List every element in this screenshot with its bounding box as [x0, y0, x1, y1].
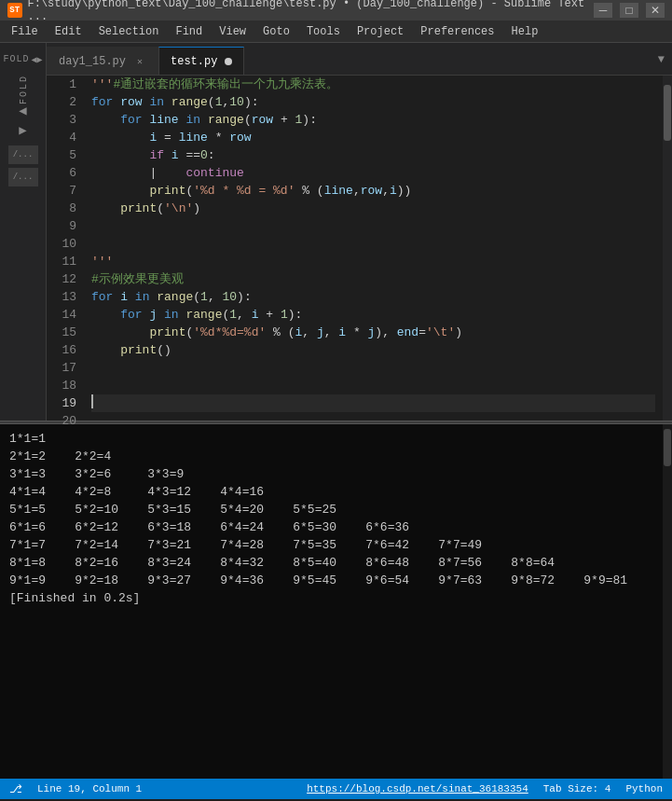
code-line-11: '''	[91, 253, 655, 270]
code-line-13: for i in range(1, 10):	[91, 288, 655, 306]
output-line-6: 6*1=6 6*2=12 6*3=18 6*4=24 6*5=30 6*6=36	[9, 518, 663, 536]
code-line-16: print()	[91, 341, 655, 359]
dropdown-icon: ▼	[658, 53, 665, 66]
sidebar-item-2[interactable]: /...	[8, 168, 38, 186]
output-line-2: 2*1=2 2*2=4	[9, 448, 663, 465]
scrollbar-thumb[interactable]	[664, 85, 671, 141]
tab-test[interactable]: test.py	[158, 47, 244, 75]
code-line-19[interactable]	[91, 394, 655, 412]
code-line-12: #示例效果更美观	[91, 270, 655, 288]
cursor-position: Line 19, Column 1	[37, 783, 142, 794]
fold-arrows: ◀▶	[31, 54, 42, 65]
code-line-15: print('%d*%d=%d' % (i, j, i * j), end='\…	[91, 324, 655, 341]
line-num-10: 10	[47, 235, 76, 253]
output-line-3: 3*1=3 3*2=6 3*3=9	[9, 465, 663, 483]
output-line-4: 4*1=4 4*2=8 4*3=12 4*4=16	[9, 483, 663, 501]
line-num-1: 1	[47, 76, 76, 93]
menu-project[interactable]: Project	[350, 21, 411, 42]
tab-test-modified	[225, 58, 232, 65]
output-scrollbar[interactable]	[663, 424, 672, 779]
titlebar-title: F:\study\python_text\Day_100_challenge\t…	[28, 0, 594, 23]
menubar: File Edit Selection Find View Goto Tools…	[0, 21, 672, 43]
output-line-1: 1*1=1	[9, 430, 663, 448]
sidebar-fold-btn[interactable]: FOLD	[7, 80, 40, 99]
app-logo: ST	[7, 3, 22, 18]
code-line-17	[91, 359, 655, 377]
sidebar-item-1[interactable]: /...	[8, 145, 38, 164]
code-line-14: for j in range(1, i + 1):	[91, 306, 655, 324]
tab-day1-15[interactable]: day1_15.py ✕	[47, 47, 158, 75]
menu-tools[interactable]: Tools	[299, 21, 348, 42]
editor-scrollbar[interactable]	[663, 76, 672, 421]
code-l2-range: range	[171, 93, 208, 111]
output-line-5: 5*1=5 5*2=10 5*3=15 5*4=20 5*5=25	[9, 501, 663, 518]
maximize-button[interactable]: □	[620, 3, 638, 18]
close-button[interactable]: ✕	[646, 3, 665, 18]
tabbar-dropdown[interactable]: ▼	[651, 43, 672, 76]
line-num-5: 5	[47, 146, 76, 164]
code-line-7: print('%d * %d = %d' % (line,row,i))	[91, 182, 655, 200]
menu-goto[interactable]: Goto	[255, 21, 297, 42]
menu-view[interactable]: View	[212, 21, 254, 42]
statusbar: ⎇ Line 19, Column 1 https://blog.csdp.ne…	[0, 779, 672, 799]
blog-link[interactable]: https://blog.csdp.net/sinat_36183354	[307, 783, 528, 794]
code-line-10	[91, 235, 655, 253]
line-num-12: 12	[47, 270, 76, 288]
tabbar: FOLD ◀▶ day1_15.py ✕ test.py ▼	[0, 43, 672, 76]
line-num-16: 16	[47, 341, 76, 359]
menu-selection[interactable]: Selection	[91, 21, 167, 42]
code-l2-row: row	[120, 93, 142, 111]
menu-find[interactable]: Find	[168, 21, 210, 42]
sidebar: FOLD ◀ ▶ /... /...	[0, 76, 47, 421]
menu-help[interactable]: Help	[504, 21, 546, 42]
line-num-19: 19	[47, 394, 76, 412]
code-l2-for: for	[91, 93, 120, 111]
code-l2-in: in	[149, 93, 171, 111]
output-panel: 1*1=1 2*1=2 2*2=4 3*1=3 3*2=6 3*3=9 4*1=…	[0, 424, 672, 779]
tab-test-label: test.py	[171, 55, 217, 68]
sidebar-arrow-left[interactable]: ◀	[19, 103, 26, 118]
statusbar-right: https://blog.csdp.net/sinat_36183354 Tab…	[307, 783, 663, 794]
output-line-10: [Finished in 0.2s]	[9, 589, 663, 607]
code-line-3: for line in range(row + 1):	[91, 111, 655, 129]
line-num-18: 18	[47, 377, 76, 394]
code-area[interactable]: '''#通过嵌套的循环来输出一个九九乘法表。 for row in range(…	[84, 76, 663, 421]
code-l1: '''#通过嵌套的循环来输出一个九九乘法表。	[91, 76, 338, 93]
line-num-2: 2	[47, 93, 76, 111]
code-line-5: if i ==0:	[91, 146, 655, 164]
language-mode[interactable]: Python	[625, 783, 663, 794]
text-cursor	[91, 394, 93, 408]
line-numbers: 1 2 3 4 5 6 7 8 9 10 11 12 13 14 15 16 1…	[47, 76, 84, 421]
code-line-9	[91, 217, 655, 235]
line-num-9: 9	[47, 217, 76, 235]
line-num-13: 13	[47, 288, 76, 306]
sidebar-arrow-right[interactable]: ▶	[19, 122, 26, 138]
code-line-1: '''#通过嵌套的循环来输出一个九九乘法表。	[91, 76, 655, 93]
tab-day1-15-close[interactable]: ✕	[133, 55, 146, 68]
code-line-6: | continue	[91, 164, 655, 182]
titlebar-left: ST F:\study\python_text\Day_100_challeng…	[7, 0, 594, 23]
line-num-7: 7	[47, 182, 76, 200]
line-num-15: 15	[47, 324, 76, 341]
fold-button[interactable]: FOLD ◀▶	[0, 43, 47, 76]
line-num-8: 8	[47, 200, 76, 217]
editor-area: FOLD ◀ ▶ /... /... 1 2 3 4 5 6 7 8 9 10 …	[0, 76, 672, 421]
menu-edit[interactable]: Edit	[48, 21, 89, 42]
menu-file[interactable]: File	[4, 21, 46, 42]
tab-day1-15-label: day1_15.py	[59, 55, 126, 68]
output-line-8: 8*1=8 8*2=16 8*3=24 8*4=32 8*5=40 8*6=48…	[9, 554, 663, 572]
menu-preferences[interactable]: Preferences	[413, 21, 501, 42]
titlebar-controls: ─ □ ✕	[594, 3, 665, 18]
tab-size[interactable]: Tab Size: 4	[543, 783, 611, 794]
fold-label: FOLD	[3, 54, 29, 64]
titlebar: ST F:\study\python_text\Day_100_challeng…	[0, 0, 672, 21]
line-num-4: 4	[47, 129, 76, 146]
code-line-20	[91, 412, 655, 421]
code-line-4: i = line * row	[91, 129, 655, 146]
minimize-button[interactable]: ─	[594, 3, 612, 18]
line-num-17: 17	[47, 359, 76, 377]
output-scrollbar-thumb[interactable]	[664, 429, 671, 466]
output-line-9: 9*1=9 9*2=18 9*3=27 9*4=36 9*5=45 9*6=54…	[9, 572, 663, 589]
statusbar-left: ⎇ Line 19, Column 1	[9, 782, 142, 796]
line-num-6: 6	[47, 164, 76, 182]
